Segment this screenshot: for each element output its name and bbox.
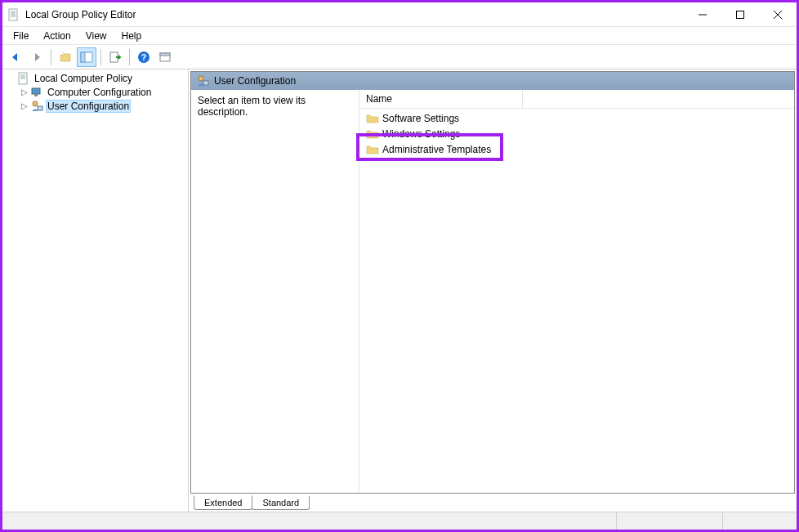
- help-button[interactable]: ?: [134, 47, 154, 67]
- export-button[interactable]: [105, 47, 125, 67]
- toolbar-separator: [129, 49, 130, 65]
- list-column: Name Software Settings: [359, 90, 794, 493]
- details-panel: User Configuration Select an item to vie…: [189, 69, 797, 512]
- svg-rect-6: [737, 11, 744, 18]
- content-heading: User Configuration: [214, 75, 296, 87]
- computer-config-icon: [30, 86, 43, 99]
- main-area: Local Computer Policy ▷ Computer Configu…: [2, 69, 797, 512]
- forward-button[interactable]: [27, 47, 47, 67]
- folder-icon: [366, 112, 379, 125]
- tab-standard[interactable]: Standard: [252, 496, 310, 510]
- svg-rect-20: [32, 88, 40, 94]
- description-text: Select an item to view its description.: [198, 95, 306, 118]
- tabs-row: Extended Standard: [190, 494, 795, 510]
- list-item-label: Administrative Templates: [382, 144, 491, 155]
- tree-panel: Local Computer Policy ▷ Computer Configu…: [2, 69, 189, 512]
- list-item-label: Windows Settings: [382, 128, 460, 140]
- toolbar-separator: [100, 49, 101, 65]
- tree-root-label: Local Computer Policy: [33, 73, 134, 84]
- svg-rect-23: [38, 106, 42, 110]
- user-config-icon: [30, 100, 43, 113]
- status-cell: [2, 512, 617, 530]
- menu-help[interactable]: Help: [114, 29, 150, 43]
- list-items: Software Settings Windows Settings: [359, 109, 794, 493]
- toolbar: ?: [2, 45, 797, 69]
- up-button[interactable]: [56, 47, 75, 67]
- status-cell: [723, 512, 797, 530]
- content-header: User Configuration: [191, 72, 794, 90]
- back-button[interactable]: [6, 47, 25, 67]
- tree-label-selected: User Configuration: [46, 100, 131, 113]
- maximize-button[interactable]: [721, 2, 759, 26]
- list-item[interactable]: Software Settings: [363, 110, 791, 126]
- status-cell: [617, 512, 723, 530]
- list-item-label: Software Settings: [382, 113, 459, 124]
- title-bar: Local Group Policy Editor: [2, 2, 797, 27]
- list-item[interactable]: Administrative Templates: [363, 141, 791, 157]
- policy-icon: [17, 72, 30, 85]
- menu-action[interactable]: Action: [36, 29, 78, 43]
- filter-button[interactable]: [155, 47, 175, 67]
- show-hide-tree-button[interactable]: [77, 47, 96, 67]
- tree-label: Computer Configuration: [46, 87, 153, 98]
- window-title: Local Group Policy Editor: [25, 9, 684, 20]
- svg-text:?: ?: [141, 52, 147, 62]
- menu-file[interactable]: File: [6, 29, 36, 43]
- menu-bar: File Action View Help: [2, 27, 797, 45]
- list-item[interactable]: Windows Settings: [363, 126, 791, 141]
- svg-point-24: [199, 76, 203, 81]
- folder-icon: [366, 143, 379, 156]
- svg-point-22: [33, 101, 38, 106]
- content-body: Select an item to view its description. …: [191, 90, 794, 493]
- tree-item-user-config[interactable]: ▷ User Configuration: [17, 99, 188, 113]
- toolbar-separator: [51, 49, 51, 65]
- tab-extended[interactable]: Extended: [194, 495, 252, 510]
- list-header: Name: [359, 90, 794, 109]
- svg-rect-15: [160, 53, 170, 56]
- description-column: Select an item to view its description.: [191, 90, 359, 493]
- column-name[interactable]: Name: [359, 90, 523, 108]
- svg-rect-21: [34, 94, 38, 96]
- window-controls: [684, 2, 797, 26]
- expand-icon[interactable]: ▷: [19, 101, 30, 110]
- tree-root[interactable]: Local Computer Policy: [4, 71, 188, 85]
- status-bar: [2, 512, 797, 530]
- expand-icon[interactable]: ▷: [19, 87, 30, 96]
- tree-item-computer-config[interactable]: ▷ Computer Configuration: [17, 85, 188, 99]
- close-button[interactable]: [759, 2, 797, 26]
- content-wrap: User Configuration Select an item to vie…: [190, 71, 795, 494]
- user-config-icon: [196, 74, 209, 87]
- menu-view[interactable]: View: [78, 29, 114, 43]
- svg-rect-10: [81, 52, 85, 62]
- app-icon: [7, 8, 20, 21]
- svg-rect-25: [203, 81, 208, 85]
- folder-icon: [366, 127, 379, 141]
- minimize-button[interactable]: [684, 2, 721, 26]
